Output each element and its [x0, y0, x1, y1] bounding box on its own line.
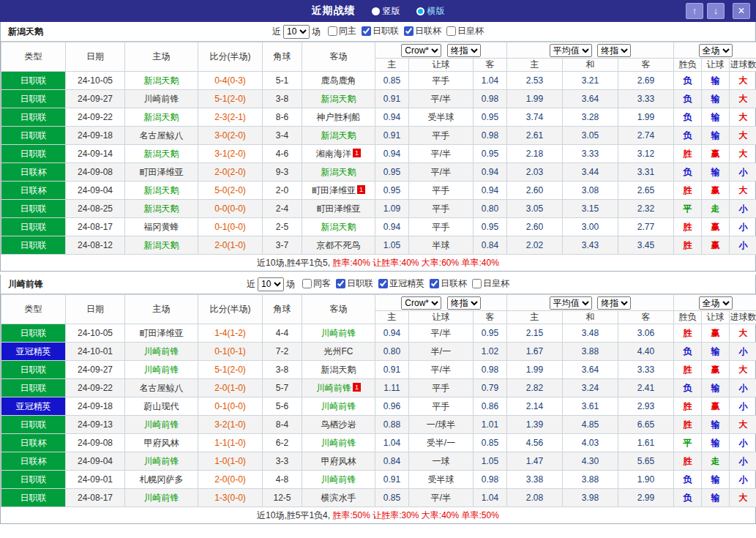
home-team-link[interactable]: 福冈黄蜂 — [144, 222, 179, 232]
filter-checkbox[interactable] — [336, 279, 345, 288]
filter-checkbox[interactable] — [404, 26, 413, 36]
home-team-link[interactable]: 川崎前锋 — [144, 419, 179, 430]
away-team-link[interactable]: 川崎前锋 — [321, 401, 356, 411]
filter-option-日皇杯[interactable]: 日皇杯 — [446, 25, 484, 37]
avg-stage-select[interactable]: 终指 — [597, 44, 631, 57]
home-team-link[interactable]: 川崎前锋 — [144, 365, 179, 375]
home-team-link[interactable]: 名古屋鲸八 — [140, 383, 184, 393]
odds-stage-select[interactable]: 终指 — [447, 296, 481, 310]
home-team-link[interactable]: 新潟天鹅 — [144, 112, 179, 122]
average-select[interactable]: 平均值 — [550, 44, 592, 57]
filter-option-日联杯[interactable]: 日联杯 — [404, 25, 441, 37]
filter-checkbox[interactable] — [302, 279, 312, 288]
home-team-link[interactable]: 新潟天鹅 — [144, 203, 179, 214]
fulltime-select[interactable]: 全场 — [699, 44, 733, 57]
avg-stage-select[interactable]: 终指 — [597, 296, 631, 310]
filter-option-亚冠精英[interactable]: 亚冠精英 — [378, 277, 424, 290]
away-team-link[interactable]: 横滨水手 — [321, 493, 356, 503]
filter-checkbox[interactable] — [430, 279, 439, 288]
home-team-link[interactable]: 名古屋鲸八 — [140, 130, 184, 141]
cell-corners: 9-3 — [263, 163, 302, 182]
home-team-link[interactable]: 町田泽维亚 — [140, 328, 184, 338]
bookmaker-select[interactable]: Crow* — [401, 44, 441, 57]
home-team-link[interactable]: 川崎前锋 — [144, 94, 179, 104]
home-team-link[interactable]: 川崎前锋 — [144, 493, 179, 503]
bookmaker-select[interactable]: Crow* — [401, 296, 441, 310]
match-row: 亚冠精英24-09-18蔚山现代0-1(0-0)5-6川崎前锋0.96平手0.8… — [1, 397, 756, 416]
cell-corners: 5-6 — [263, 397, 302, 416]
away-team-link[interactable]: 新潟天鹅 — [321, 130, 356, 141]
away-team-link[interactable]: 鹿岛鹿角 — [321, 75, 356, 86]
filter-option-同主[interactable]: 同主 — [328, 25, 356, 37]
away-team-link[interactable]: 新潟天鹅 — [321, 94, 356, 104]
filter-checkbox-group: 同客日职联亚冠精英日联杯日皇杯 — [297, 277, 509, 291]
cell-score: 1-1(1-0) — [198, 434, 263, 452]
cell-away-team: 新潟天鹅 — [302, 127, 375, 145]
away-team-link[interactable]: 川崎前锋 — [321, 438, 356, 448]
home-team-link[interactable]: 札幌冈萨多 — [140, 474, 184, 485]
filter-checkbox[interactable] — [328, 26, 337, 36]
layout-horizontal-option[interactable]: 横版 — [416, 5, 445, 18]
filter-option-日职联[interactable]: 日职联 — [336, 277, 373, 290]
match-row: 日联杯24-09-04新潟天鹅5-0(2-0)2-0町田泽维亚10.95平手0.… — [1, 182, 756, 200]
fulltime-header: 全场 — [674, 42, 756, 59]
bookmaker-odds-header: Crow* 终指 — [375, 42, 507, 59]
away-team-link[interactable]: 新潟天鹅 — [321, 222, 356, 232]
filter-option-同客[interactable]: 同客 — [302, 277, 331, 290]
sub-header-goals: 进球数 — [730, 311, 756, 324]
filter-checkbox[interactable] — [362, 26, 371, 36]
cell-date: 24-08-17 — [66, 489, 125, 507]
home-team-link[interactable]: 新潟天鹅 — [144, 185, 179, 195]
home-team-link[interactable]: 川崎前锋 — [144, 456, 179, 466]
summary-segment: 单率:40% — [462, 257, 499, 269]
scroll-down-button[interactable]: ↓ — [707, 3, 725, 19]
filter-checkbox[interactable] — [446, 26, 456, 36]
home-team-link[interactable]: 新潟天鹅 — [144, 75, 179, 86]
fulltime-select[interactable]: 全场 — [699, 296, 733, 310]
away-team-link[interactable]: 川崎前锋 — [316, 383, 351, 393]
filter-checkbox[interactable] — [472, 279, 482, 288]
away-team-link[interactable]: 湘南海洋 — [316, 149, 351, 159]
match-count-select[interactable]: 10 — [258, 277, 284, 291]
away-team-link[interactable]: 甲府风林 — [321, 456, 356, 466]
away-team-link[interactable]: 川崎前锋 — [321, 328, 356, 338]
cell-away-team: 新潟天鹅 — [302, 361, 375, 379]
home-team-link[interactable]: 町田泽维亚 — [140, 167, 184, 177]
cell-handicap: 平/半 — [409, 90, 474, 108]
home-team-link[interactable]: 川崎前锋 — [144, 346, 179, 356]
filter-option-日皇杯[interactable]: 日皇杯 — [472, 277, 509, 290]
average-odds-header: 平均值 终指 — [507, 295, 674, 311]
section-header: 新潟天鹅 近 10 场 同主日职联日联杯日皇杯 — [1, 22, 755, 42]
cell-score: 0-1(0-0) — [198, 397, 263, 416]
filter-option-日联杯[interactable]: 日联杯 — [430, 277, 467, 290]
away-team-link[interactable]: 鸟栖沙岩 — [321, 419, 356, 430]
home-team-link[interactable]: 甲府风林 — [144, 438, 179, 448]
cell-odds-home: 0.96 — [375, 397, 409, 416]
away-team-link[interactable]: 川崎前锋 — [321, 474, 356, 485]
match-count-select[interactable]: 10 — [283, 25, 310, 39]
away-team-link[interactable]: 新潟天鹅 — [321, 167, 356, 177]
close-button[interactable]: × — [733, 3, 750, 19]
filter-option-日职联[interactable]: 日职联 — [362, 25, 399, 37]
home-team-link[interactable]: 新潟天鹅 — [144, 149, 179, 159]
scroll-up-button[interactable]: ↑ — [686, 3, 703, 19]
cell-odds-away: 1.01 — [474, 416, 507, 434]
away-team-link[interactable]: 町田泽维亚 — [312, 185, 356, 195]
away-team-link[interactable]: 町田泽维亚 — [317, 203, 361, 214]
filter-checkbox[interactable] — [378, 279, 388, 288]
matches-table: 类型 日期 主场 比分(半场) 角球 客场 Crow* 终指 平均值 终指 全场 — [1, 294, 756, 507]
cell-handicap: 半球 — [409, 236, 474, 255]
col-header-score: 比分(半场) — [198, 295, 263, 324]
away-team-link[interactable]: 神户胜利船 — [317, 112, 361, 122]
cell-handicap-result: 赢 — [702, 182, 730, 200]
layout-vertical-option[interactable]: 竖版 — [372, 5, 400, 18]
away-team-link[interactable]: 京都不死鸟 — [317, 240, 361, 250]
home-team-link[interactable]: 新潟天鹅 — [144, 240, 179, 250]
average-select[interactable]: 平均值 — [550, 296, 592, 310]
sub-header-odds-home: 主 — [375, 59, 409, 72]
cell-avg-away: 3.33 — [618, 361, 674, 379]
odds-stage-select[interactable]: 终指 — [447, 44, 481, 57]
away-team-link[interactable]: 新潟天鹅 — [321, 365, 356, 375]
home-team-link[interactable]: 蔚山现代 — [144, 401, 179, 411]
away-team-link[interactable]: 光州FC — [324, 346, 353, 356]
